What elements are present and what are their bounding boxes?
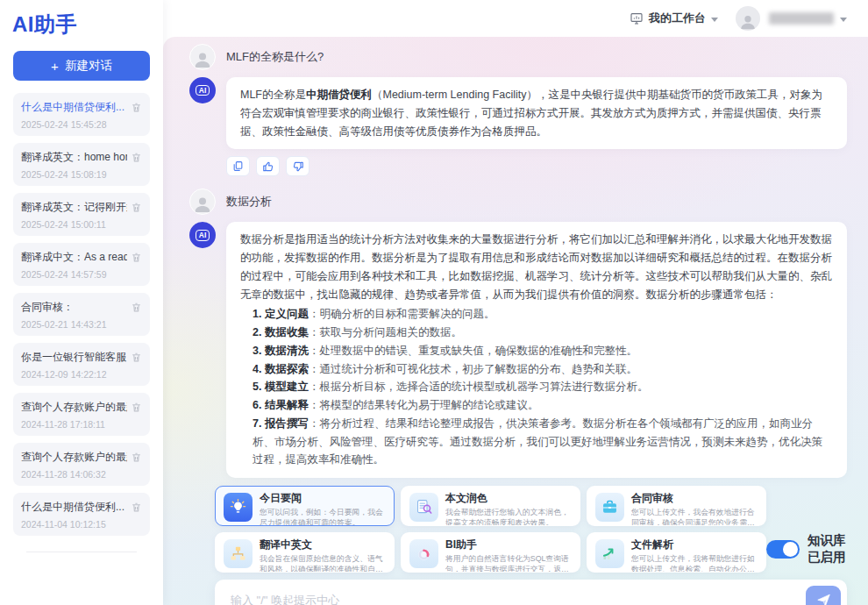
quick-actions-section: 今日要闻 您可以问我，例如：今日要闻，我会尽力提供准确和可靠的答案。 本文润色 … xyxy=(215,486,847,573)
conversation-title: 翻译成英文：记得刚开始... xyxy=(21,200,127,215)
copy-button[interactable] xyxy=(226,156,250,176)
knowledge-base-toggle[interactable] xyxy=(766,540,800,559)
bulb-icon xyxy=(224,493,253,522)
person-icon xyxy=(738,11,758,31)
card-title: 本文润色 xyxy=(445,492,572,505)
briefcase-icon xyxy=(595,493,624,522)
trash-icon[interactable] xyxy=(131,152,142,163)
divider xyxy=(26,552,137,552)
conversation-title: 什么是中期借贷便利... xyxy=(21,100,125,115)
card-desc: 您可以问我，例如：今日要闻，我会尽力提供准确和可靠的答案。 xyxy=(260,507,386,526)
user-message-row: MLF的全称是什么? xyxy=(189,44,847,70)
account-menu[interactable] xyxy=(769,12,847,25)
paper-plane-icon xyxy=(816,593,831,605)
card-title: 合同审核 xyxy=(631,492,758,505)
monitor-icon xyxy=(630,11,644,25)
history-item-3[interactable]: 翻译成中文：As a reader... 2025-02-24 14:57:59 xyxy=(13,243,150,286)
conversation-time: 2025-02-24 15:08:19 xyxy=(21,169,142,180)
workspace-label: 我的工作台 xyxy=(649,11,706,26)
analysis-step: 7. 报告撰写：将分析过程、结果和结论整理成报告，供决策者参考。数据分析在各个领… xyxy=(253,415,833,469)
card-daily-news[interactable]: 今日要闻 您可以问我，例如：今日要闻，我会尽力提供准确和可靠的答案。 xyxy=(215,486,395,526)
toggle-knob xyxy=(783,542,798,557)
trash-icon[interactable] xyxy=(131,502,142,513)
message-input[interactable] xyxy=(229,593,806,605)
conversation-time: 2024-11-04 10:12:15 xyxy=(21,519,142,530)
user-avatar[interactable] xyxy=(736,6,760,31)
trash-icon[interactable] xyxy=(131,202,142,213)
new-chat-label: 新建对话 xyxy=(65,58,112,74)
trash-icon[interactable] xyxy=(131,102,142,113)
thumbs-down-button[interactable] xyxy=(286,156,309,176)
user-avatar xyxy=(189,44,216,70)
trash-icon[interactable] xyxy=(131,402,142,413)
ai-message-bubble: 数据分析是指用适当的统计分析方法对收集来的大量数据进行分析，将它们加以汇总和理解… xyxy=(226,222,847,478)
ai-message-row: AI 数据分析是指用适当的统计分析方法对收集来的大量数据进行分析，将它们加以汇总… xyxy=(189,222,847,478)
send-button[interactable] xyxy=(806,586,841,605)
card-bi-assistant[interactable]: BI助手 将用户的自然语言转化为SQL查询语句，并直接与数据库进行交互，返回智能… xyxy=(401,532,580,573)
username-redacted xyxy=(769,12,834,25)
conversation-title: 翻译成英文：home home xyxy=(21,150,127,165)
card-title: 文件解析 xyxy=(631,538,758,552)
ai-badge: AI xyxy=(196,230,210,241)
copy-icon xyxy=(232,160,244,172)
trash-icon[interactable] xyxy=(131,452,142,463)
workspace-menu[interactable]: 我的工作台 xyxy=(630,11,718,26)
new-chat-button[interactable]: + 新建对话 xyxy=(13,51,150,81)
card-desc: 我会帮助您进行您输入的文本润色，提高文本的流畅度和表达效果。 xyxy=(445,507,572,526)
trash-icon[interactable] xyxy=(131,302,142,313)
analysis-step: 6. 结果解释：将模型的结果转化为易于理解的结论或建议。 xyxy=(253,396,833,415)
card-desc: 您可以上传文件，我将帮助您进行如数据处理、信息检索、自动化办公等。 xyxy=(631,553,758,573)
history-item-5[interactable]: 你是一位银行智能客服，... 2024-12-09 14:22:12 xyxy=(13,343,150,386)
knowledge-base-control: 知识库已启用 xyxy=(766,532,847,566)
conversation-history-list: 什么是中期借贷便利... 2025-02-24 15:45:28 翻译成英文：h… xyxy=(0,93,163,605)
trash-icon[interactable] xyxy=(131,252,142,263)
conversation-title: 什么是中期借贷便利... xyxy=(21,500,125,515)
top-bar: 我的工作台 xyxy=(163,0,868,37)
card-file-parse[interactable]: 文件解析 您可以上传文件，我将帮助您进行如数据处理、信息检索、自动化办公等。 xyxy=(587,532,766,573)
conversation-title: 查询个人存款账户的最新... xyxy=(21,400,127,415)
history-item-1[interactable]: 翻译成英文：home home 2025-02-24 15:08:19 xyxy=(13,143,150,186)
sidebar: AI助手 + 新建对话 什么是中期借贷便利... 2025-02-24 15:4… xyxy=(0,0,163,605)
history-item-6[interactable]: 查询个人存款账户的最新... 2024-11-28 17:18:11 xyxy=(13,393,150,436)
card-desc: 将用户的自然语言转化为SQL查询语句，并直接与数据库进行交互，返回智能推荐的图表… xyxy=(445,553,572,573)
conversation-title: 你是一位银行智能客服，... xyxy=(21,350,127,365)
history-item-2[interactable]: 翻译成英文：记得刚开始... 2025-02-24 15:00:11 xyxy=(13,193,150,236)
card-contract-review[interactable]: 合同审核 您可以上传文件，我会有效地进行合同审核，确保合同满足您的业务需求。 xyxy=(587,486,766,526)
thumbs-up-button[interactable] xyxy=(256,156,280,176)
user-message-text: MLF的全称是什么? xyxy=(226,49,324,65)
person-icon xyxy=(192,48,213,69)
analysis-step: 5. 模型建立：根据分析目标，选择合适的统计模型或机器学习算法进行数据分析。 xyxy=(253,378,833,396)
conversation-time: 2025-02-24 15:00:11 xyxy=(21,219,142,230)
ai-badge: AI xyxy=(196,85,210,96)
message-actions xyxy=(226,156,847,176)
user-message-text: 数据分析 xyxy=(226,194,272,210)
quick-action-cards: 今日要闻 您可以问我，例如：今日要闻，我会尽力提供准确和可靠的答案。 本文润色 … xyxy=(215,486,766,573)
history-item-8[interactable]: 什么是中期借贷便利... 2024-11-04 10:12:15 xyxy=(13,493,150,536)
chat-area: MLF的全称是什么? AI MLF的全称是中期借贷便利（Medium-term … xyxy=(163,37,868,605)
conversation-time: 2024-11-28 17:18:11 xyxy=(21,419,142,430)
card-title: BI助手 xyxy=(445,538,572,552)
pie-chart-icon xyxy=(409,539,438,568)
person-icon xyxy=(192,193,213,214)
thumbs-up-icon xyxy=(262,160,274,173)
card-translate[interactable]: 翻译中英文 我会旨在保留原始信息的含义、语气和风格，以确保翻译的准确性和自然流畅… xyxy=(215,532,395,573)
history-item-4[interactable]: 合同审核： 2025-02-21 14:43:21 xyxy=(13,293,150,336)
analysis-step: 3. 数据清洗：处理数据中的错误、重复或缺失值，确保数据的准确性和完整性。 xyxy=(253,342,833,360)
user-message-row: 数据分析 xyxy=(189,189,847,215)
history-item-7[interactable]: 查询个人存款账户的最新... 2024-11-28 14:06:32 xyxy=(13,443,150,486)
analysis-step: 2. 数据收集：获取与分析问题相关的数据。 xyxy=(253,324,833,342)
analysis-intro: 数据分析是指用适当的统计分析方法对收集来的大量数据进行分析，将它们加以汇总和理解… xyxy=(240,231,833,303)
card-title: 今日要闻 xyxy=(260,492,386,505)
card-text-polish[interactable]: 本文润色 我会帮助您进行您输入的文本润色，提高文本的流畅度和表达效果。 xyxy=(401,486,580,526)
conversation-time: 2024-11-28 14:06:32 xyxy=(21,469,142,480)
ai-message-bubble: MLF的全称是中期借贷便利（Medium-term Lending Facili… xyxy=(226,77,847,149)
card-desc: 您可以上传文件，我会有效地进行合同审核，确保合同满足您的业务需求。 xyxy=(631,507,758,526)
history-item-0[interactable]: 什么是中期借贷便利... 2025-02-24 15:45:28 xyxy=(13,93,150,136)
conversation-time: 2025-02-24 14:57:59 xyxy=(21,269,142,280)
analysis-step: 1. 定义问题：明确分析的目标和需要解决的问题。 xyxy=(253,305,833,324)
analysis-steps: 1. 定义问题：明确分析的目标和需要解决的问题。 2. 数据收集：获取与分析问题… xyxy=(240,305,833,469)
chevron-down-icon xyxy=(840,18,847,22)
main-area: 我的工作台 MLF的全称是什么? AI MLF的全称是中期借贷便利（Medium… xyxy=(163,0,868,605)
trend-arrow-icon xyxy=(595,539,624,568)
trash-icon[interactable] xyxy=(131,352,142,363)
